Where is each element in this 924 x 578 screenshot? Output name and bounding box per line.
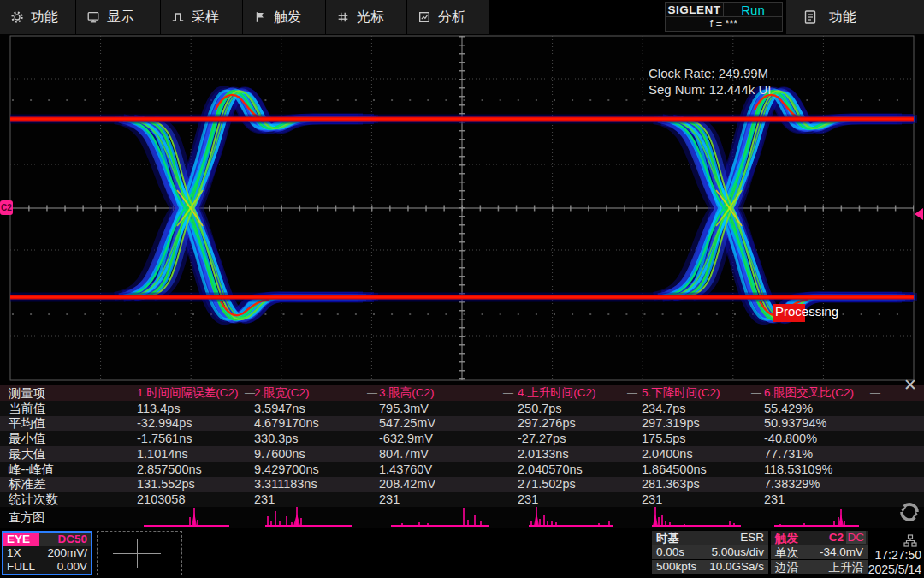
col-header-6[interactable]: 6.眼图交叉比(C2) — [764, 385, 854, 401]
channel-placeholder-box[interactable] — [97, 531, 182, 575]
timebase-mode: ESR — [740, 531, 764, 544]
menu-analysis[interactable]: 分析 — [407, 0, 489, 34]
trigger-frequency: f = *** — [666, 17, 782, 31]
row-label: 最小值 — [9, 431, 46, 447]
trigger-type: 边沿 — [775, 560, 798, 575]
channel-coupling: DC50 — [57, 533, 87, 545]
table-row: 最大值 1.1014ns 9.7600ns 804.7mV 2.0133ns 2… — [0, 446, 924, 462]
row-label: 峰--峰值 — [9, 461, 54, 477]
channel-descriptor-box[interactable]: EYE DC50 1X 200mV/ FULL 0.00V — [2, 531, 92, 575]
row-label: 测量项 — [9, 384, 46, 401]
busy-spinner-icon — [898, 501, 921, 523]
histogram-plot — [0, 507, 924, 528]
brand-status-box: SIGLENT Run f = *** — [665, 2, 783, 32]
channel-offset: 0.00V — [57, 560, 87, 573]
channel-c2-badge[interactable]: C2 — [0, 200, 13, 215]
gear-icon — [10, 10, 24, 24]
trigger-panel[interactable]: 触发 C2 DC 单次 -34.0mV 边沿 上升沿 — [771, 531, 868, 575]
waveform-display: Clock Rate: 249.99M Seg Num: 12.444k UI … — [0, 34, 924, 385]
trigger-mode: 单次 — [775, 545, 798, 561]
flag-icon — [253, 10, 267, 24]
run-status[interactable]: Run — [724, 3, 782, 16]
network-icon — [903, 534, 917, 547]
timebase-sample-rate: 10.0GSa/s — [709, 560, 764, 573]
top-menu-bar: 功能 显示 采样 触发 — [0, 0, 924, 34]
clipboard-icon — [803, 9, 817, 25]
menu-cursor-label: 光标 — [357, 9, 384, 27]
row-label: 最大值 — [9, 445, 46, 462]
menu-display[interactable]: 显示 — [76, 0, 160, 34]
col-header-1[interactable]: 1.时间间隔误差(C2) — [137, 385, 239, 401]
menu-display-label: 显示 — [107, 9, 134, 27]
measurement-table: 测量项 1.时间间隔误差(C2) — 2.眼宽(C2) — 3.眼高(C2) —… — [0, 385, 924, 507]
collapse-icon[interactable]: — — [503, 387, 513, 399]
histogram-strip: 直方图 — [0, 507, 924, 528]
table-row: 最小值 -1.7561ns 330.3ps -632.9mV -27.27ps … — [0, 431, 924, 446]
col-header-3[interactable]: 3.眼高(C2) — [379, 385, 435, 401]
processing-label: Processing — [775, 304, 838, 319]
channel-mode-chip: EYE — [3, 533, 39, 546]
trigger-level: -34.0mV — [820, 545, 863, 558]
timebase-label: 时基 — [656, 531, 679, 546]
menu-function-right[interactable]: 功能 — [786, 0, 924, 34]
menu-function-label: 功能 — [31, 9, 58, 27]
seg-num-line: Seg Num: 12.444k UI — [649, 81, 771, 98]
trigger-label: 触发 — [775, 531, 798, 546]
trigger-level-arrow[interactable] — [915, 208, 923, 220]
bottom-status-bar: EYE DC50 1X 200mV/ FULL 0.00V 时基 ESR 0.0… — [0, 528, 924, 578]
collapse-icon[interactable]: — — [367, 387, 377, 399]
timebase-panel[interactable]: 时基 ESR 0.00s 5.00us/div 500kpts 10.0GSa/… — [652, 531, 768, 575]
channel-probe: 1X — [7, 546, 21, 559]
trigger-coupling: DC — [846, 531, 867, 544]
channel-scale: 200mV/ — [47, 546, 87, 559]
collapse-icon[interactable]: — — [870, 387, 880, 399]
row-label: 标准差 — [9, 476, 46, 492]
channel-bandwidth: FULL — [7, 560, 35, 573]
timebase-delay: 0.00s — [656, 545, 684, 558]
row-label: 当前值 — [9, 400, 46, 416]
clock-rate-line: Clock Rate: 249.99M — [649, 65, 771, 81]
table-row: 平均值 -32.994ps 4.679170ns 547.25mV 297.27… — [0, 416, 924, 432]
table-header-row: 测量项 1.时间间隔误差(C2) — 2.眼宽(C2) — 3.眼高(C2) —… — [0, 385, 924, 401]
menu-analysis-label: 分析 — [438, 9, 465, 27]
table-row: 标准差 131.552ps 3.311183ns 208.42mV 271.50… — [0, 477, 924, 492]
row-label: 统计次数 — [9, 492, 58, 508]
sampling-icon — [171, 10, 185, 24]
crosshair-icon — [137, 539, 138, 568]
menu-function-right-label: 功能 — [829, 9, 856, 27]
clock-date: 2025/5/14 — [868, 563, 921, 576]
close-icon[interactable]: ✕ — [900, 376, 921, 395]
display-icon — [86, 10, 100, 24]
menu-function[interactable]: 功能 — [0, 0, 75, 34]
eye-diagram-plot — [0, 34, 924, 385]
table-row: 当前值 113.4ps 3.5947ns 795.3mV 250.7ps 234… — [0, 401, 924, 416]
menu-sampling-label: 采样 — [192, 9, 219, 27]
trigger-source: C2 — [829, 531, 844, 544]
menu-cursor[interactable]: 光标 — [326, 0, 406, 34]
menu-sampling[interactable]: 采样 — [161, 0, 242, 34]
analysis-icon — [418, 10, 431, 24]
clock-time: 17:27:50 — [875, 548, 922, 562]
siglent-logo: SIGLENT — [666, 3, 724, 16]
collapse-icon[interactable]: — — [751, 387, 761, 399]
timebase-points: 500kpts — [656, 560, 696, 573]
row-label: 平均值 — [9, 415, 46, 432]
menu-trigger[interactable]: 触发 — [243, 0, 325, 34]
histogram-label: 直方图 — [9, 510, 44, 526]
processing-indicator: Processing — [773, 303, 867, 324]
menu-trigger-label: 触发 — [274, 9, 301, 27]
cursor-icon — [336, 10, 350, 24]
table-row: 峰--峰值 2.857500ns 9.429700ns 1.43760V 2.0… — [0, 462, 924, 477]
clock-rate-readout: Clock Rate: 249.99M Seg Num: 12.444k UI — [649, 65, 771, 98]
timebase-scale: 5.00us/div — [711, 545, 764, 558]
col-header-2[interactable]: 2.眼宽(C2) — [254, 385, 310, 401]
oscilloscope-screen: 功能 显示 采样 触发 — [0, 0, 924, 578]
trigger-slope: 上升沿 — [829, 560, 864, 575]
col-header-5[interactable]: 5.下降时间(C2) — [642, 385, 720, 401]
table-row: 统计次数 2103058 231 231 231 231 231 — [0, 492, 924, 507]
collapse-icon[interactable]: — — [627, 387, 637, 399]
clock-area: 17:27:50 2025/5/14 — [869, 528, 924, 578]
col-header-4[interactable]: 4.上升时间(C2) — [518, 385, 596, 401]
